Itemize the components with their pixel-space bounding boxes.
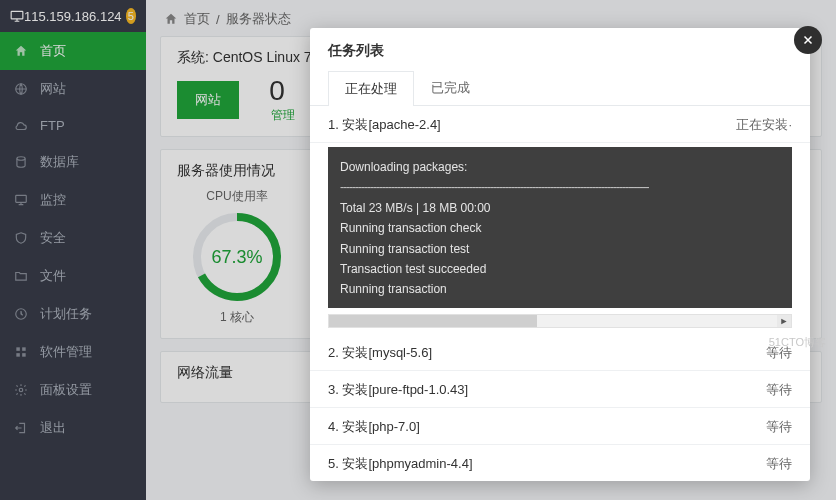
- tab-processing[interactable]: 正在处理: [328, 71, 414, 106]
- task-status: 等待: [766, 418, 792, 436]
- task-row: 3. 安装[pure-ftpd-1.0.43]等待: [310, 371, 810, 408]
- task-label: 2. 安装[mysql-5.6]: [328, 344, 432, 362]
- task-label: 3. 安装[pure-ftpd-1.0.43]: [328, 381, 468, 399]
- task-modal: 任务列表 正在处理已完成 1. 安装[apache-2.4] 正在安装· Dow…: [310, 28, 810, 481]
- task-status: 等待: [766, 455, 792, 473]
- watermark: 51CTO博客: [769, 335, 826, 350]
- console-line: Running transaction check: [340, 218, 780, 238]
- task-row: 2. 安装[mysql-5.6]等待: [310, 334, 810, 371]
- console-line: Downloading packages:: [340, 157, 780, 177]
- console-output: Downloading packages:-------------------…: [328, 147, 792, 308]
- scroll-right-icon[interactable]: ►: [777, 315, 791, 327]
- task-status: 等待: [766, 381, 792, 399]
- horizontal-scrollbar[interactable]: ◄ ►: [328, 314, 792, 328]
- tab-done[interactable]: 已完成: [414, 70, 487, 105]
- task-row: 4. 安装[php-7.0]等待: [310, 408, 810, 445]
- console-line: Running transaction: [340, 279, 780, 299]
- task-row: 1. 安装[apache-2.4] 正在安装·: [310, 106, 810, 143]
- task-label: 1. 安装[apache-2.4]: [328, 116, 441, 134]
- console-line: ----------------------------------------…: [340, 177, 780, 197]
- modal-title: 任务列表: [310, 28, 810, 70]
- console-line: Running transaction test: [340, 239, 780, 259]
- task-status: 正在安装·: [736, 116, 792, 134]
- task-label: 5. 安装[phpmyadmin-4.4]: [328, 455, 473, 473]
- task-label: 4. 安装[php-7.0]: [328, 418, 420, 436]
- console-line: Total 23 MB/s | 18 MB 00:00: [340, 198, 780, 218]
- modal-tabs: 正在处理已完成: [310, 70, 810, 106]
- close-icon[interactable]: [794, 26, 822, 54]
- scroll-thumb[interactable]: [329, 315, 537, 327]
- console-line: Transaction test succeeded: [340, 259, 780, 279]
- task-row: 5. 安装[phpmyadmin-4.4]等待: [310, 445, 810, 481]
